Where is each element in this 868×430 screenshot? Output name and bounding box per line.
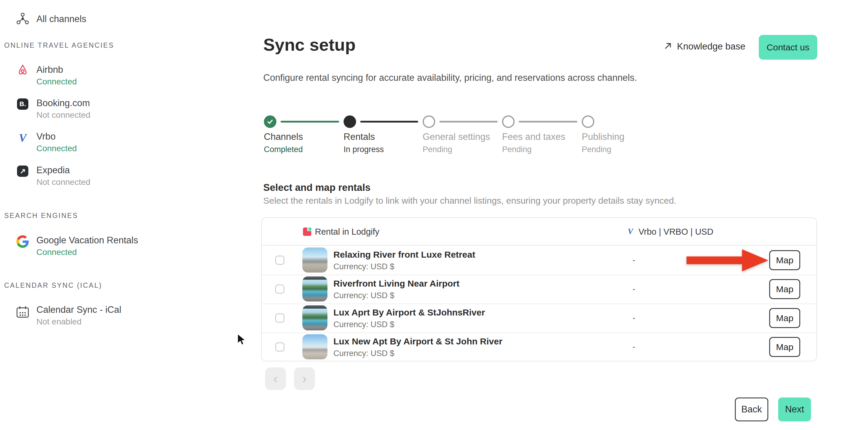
step-connector-4 xyxy=(519,121,577,123)
rental-thumbnail xyxy=(302,276,328,301)
calendar-icon xyxy=(16,305,30,319)
google-icon xyxy=(16,234,30,249)
page-subtitle: Configure rental syncing for accurate av… xyxy=(263,72,637,83)
pagination-prev-button[interactable]: ‹ xyxy=(265,367,286,390)
step-label-channels: Channels xyxy=(264,132,303,142)
rental-currency: Currency: USD $ xyxy=(333,291,394,300)
chevron-right-icon: › xyxy=(302,371,307,386)
table-row: Lux Aprt By Airport & StJohnsRiver Curre… xyxy=(262,304,816,332)
rental-currency: Currency: USD $ xyxy=(333,320,394,329)
row-checkbox[interactable] xyxy=(275,285,284,294)
rental-thumbnail xyxy=(302,305,328,330)
sidebar-item-google-vacation-rentals[interactable]: Google Vacation Rentals xyxy=(36,235,138,246)
mapped-listing-value: - xyxy=(632,255,639,265)
sidebar-item-expedia[interactable]: Expedia xyxy=(36,165,70,176)
rental-name: Lux New Apt By Airport & St John River xyxy=(333,336,502,346)
google-status: Connected xyxy=(36,247,77,257)
row-checkbox[interactable] xyxy=(275,313,284,323)
step-publishing-dot xyxy=(582,115,594,128)
booking-icon: B. xyxy=(16,97,30,111)
step-status-channels: Completed xyxy=(264,145,303,154)
rental-name: Riverfront Living Near Airport xyxy=(333,278,459,289)
sidebar-item-vrbo[interactable]: Vrbo xyxy=(36,131,56,142)
rental-currency: Currency: USD $ xyxy=(333,262,394,271)
back-button[interactable]: Back xyxy=(735,397,768,421)
rental-name: Lux Aprt By Airport & StJohnsRiver xyxy=(333,307,485,318)
sync-setup-page: All channels ONLINE TRAVEL AGENCIES Airb… xyxy=(0,0,868,430)
step-connector-3 xyxy=(439,121,498,123)
page-title: Sync setup xyxy=(263,35,355,55)
rentals-mapping-table: Rental in Lodgify V Vrbo | VRBO | USD Re… xyxy=(261,218,817,361)
step-label-rentals: Rentals xyxy=(344,132,375,142)
mouse-cursor xyxy=(237,333,248,348)
knowledge-base-link[interactable]: Knowledge base xyxy=(663,41,745,52)
vrbo-status: Connected xyxy=(36,144,77,153)
select-map-rentals-description: Select the rentals in Lodgify to link wi… xyxy=(263,196,676,206)
chevron-left-icon: ‹ xyxy=(273,371,278,386)
table-header-row: Rental in Lodgify V Vrbo | VRBO | USD xyxy=(262,218,816,246)
map-button[interactable]: Map xyxy=(769,337,800,357)
contact-us-button[interactable]: Contact us xyxy=(759,35,817,60)
booking-status: Not connected xyxy=(36,110,90,120)
table-row: Riverfront Living Near Airport Currency:… xyxy=(262,275,816,304)
airbnb-status: Connected xyxy=(36,77,77,87)
map-button[interactable]: Map xyxy=(769,308,800,328)
sidebar-item-calendar-sync-ical[interactable]: Calendar Sync - iCal xyxy=(36,304,121,315)
section-label-otas: ONLINE TRAVEL AGENCIES xyxy=(4,41,114,49)
external-link-icon xyxy=(663,41,673,52)
rental-thumbnail xyxy=(302,247,328,272)
vrbo-column-icon: V xyxy=(628,227,633,236)
column-header-vrbo-channel: Vrbo | VRBO | USD xyxy=(639,227,713,237)
step-status-publishing: Pending xyxy=(582,145,611,154)
step-label-fees-taxes: Fees and taxes xyxy=(502,132,565,142)
row-checkbox[interactable] xyxy=(275,342,284,352)
lodgify-icon xyxy=(303,228,311,236)
map-button[interactable]: Map xyxy=(769,250,800,270)
pagination-next-button[interactable]: › xyxy=(294,367,315,390)
step-status-rentals: In progress xyxy=(344,145,384,154)
annotation-arrow xyxy=(686,249,770,271)
rental-name: Relaxing River front Luxe Retreat xyxy=(333,250,475,260)
section-label-search-engines: SEARCH ENGINES xyxy=(4,212,78,220)
step-label-general-settings: General settings xyxy=(423,132,490,142)
expedia-status: Not connected xyxy=(36,177,90,187)
airbnb-icon xyxy=(16,63,30,77)
sidebar-item-airbnb[interactable]: Airbnb xyxy=(36,64,63,75)
mapped-listing-value: - xyxy=(632,284,639,294)
step-channels-check-icon xyxy=(264,115,276,128)
step-label-publishing: Publishing xyxy=(582,132,624,142)
step-status-fees-taxes: Pending xyxy=(502,145,532,154)
all-channels-icon xyxy=(16,12,30,26)
sidebar-item-booking[interactable]: Booking.com xyxy=(36,98,90,108)
step-connector-2 xyxy=(360,121,418,123)
row-checkbox[interactable] xyxy=(275,256,284,265)
expedia-icon: ↗ xyxy=(16,164,30,178)
select-map-rentals-heading: Select and map rentals xyxy=(263,182,370,193)
map-button[interactable]: Map xyxy=(769,279,800,299)
sidebar-item-all-channels[interactable]: All channels xyxy=(36,14,86,25)
next-button[interactable]: Next xyxy=(778,397,811,421)
section-label-calendar-sync: CALENDAR SYNC (ICAL) xyxy=(4,282,102,290)
ical-status: Not enabled xyxy=(36,317,82,327)
step-status-general-settings: Pending xyxy=(423,145,452,154)
step-fees-taxes-dot xyxy=(502,115,515,128)
mapped-listing-value: - xyxy=(632,313,639,323)
step-rentals-dot xyxy=(344,115,356,128)
mapped-listing-value: - xyxy=(632,342,639,352)
table-row: Lux New Apt By Airport & St John River C… xyxy=(262,332,816,361)
step-general-settings-dot xyxy=(423,115,435,128)
vrbo-icon: V xyxy=(16,131,30,145)
step-connector-1 xyxy=(281,121,339,123)
knowledge-base-label: Knowledge base xyxy=(677,41,745,52)
rental-currency: Currency: USD $ xyxy=(333,349,394,358)
rental-thumbnail xyxy=(302,334,328,359)
column-header-rental-in-lodgify: Rental in Lodgify xyxy=(315,227,379,237)
